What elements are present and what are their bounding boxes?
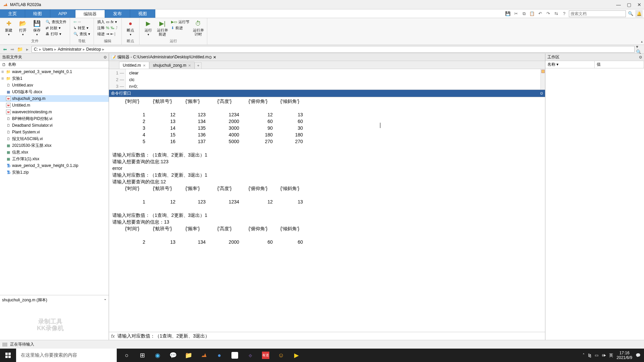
system-tray[interactable]: ˄ ⧎ ▭ 🕪 英 17:16 2021/6/9 💬	[579, 351, 644, 360]
tab-view[interactable]: 视图	[130, 9, 155, 18]
qat-copy-icon[interactable]: ⧉	[521, 10, 527, 17]
wechat-icon[interactable]: 💬	[166, 349, 180, 362]
file-row[interactable]: 🗋BP神经网络PID控制.vi	[0, 115, 109, 122]
goto-button[interactable]: ↳转至 ▾	[72, 25, 92, 31]
close-icon[interactable]: ✕	[188, 64, 191, 67]
editor-tab-shujuchuli[interactable]: shujuchuli_zong.m✕	[149, 62, 195, 69]
potplayer-icon[interactable]: ▶	[289, 349, 304, 362]
qat-redo-icon[interactable]: ↷	[545, 10, 551, 17]
start-button[interactable]	[0, 349, 16, 362]
file-row[interactable]: 🗋Deadband Simulator.vi	[0, 122, 109, 129]
file-row[interactable]: ▦信息.xlsx	[0, 149, 109, 156]
qat-save-icon[interactable]: 💾	[504, 10, 511, 17]
qat-undo-icon[interactable]: ↶	[537, 10, 543, 17]
ime-indicator[interactable]: 英	[609, 353, 613, 358]
editor-new-tab-button[interactable]: +	[195, 62, 202, 69]
insert-button[interactable]: 插入 ▭ fx ▾	[96, 19, 119, 25]
cortana-icon[interactable]: ○	[119, 349, 134, 362]
path-dropdown-button[interactable]: ▾ 🔍	[636, 46, 642, 52]
advance-button[interactable]: ⬇前进	[170, 25, 191, 31]
taskbar-search[interactable]: 在这里输入你要搜索的内容	[16, 349, 117, 362]
matlab-taskbar-icon[interactable]	[197, 349, 211, 362]
workspace-menu-icon[interactable]: ⊙	[639, 55, 642, 59]
file-row[interactable]: 🗋Plant System.vi	[0, 129, 109, 135]
edge-icon[interactable]: ◉	[150, 349, 165, 362]
app-icon-2[interactable]	[227, 349, 242, 362]
notifications-icon[interactable]: 🔔	[635, 10, 643, 17]
youdao-icon[interactable]: 有道	[258, 349, 273, 362]
run-button[interactable]: ▶运行▾	[142, 19, 155, 37]
file-row[interactable]: Mshujuchuli_zong.m	[0, 95, 109, 102]
app-icon-1[interactable]: ●	[212, 349, 227, 362]
battery-icon[interactable]: ▭	[595, 353, 598, 358]
panel-menu-icon[interactable]: ⊙	[104, 55, 107, 59]
tab-editor[interactable]: 编辑器	[75, 9, 105, 18]
action-center-icon[interactable]: 💬	[636, 353, 641, 358]
minimize-button[interactable]: —	[616, 2, 621, 7]
open-button[interactable]: 📂打开▾	[16, 19, 30, 37]
code-warning-indicator[interactable]	[541, 70, 545, 73]
workspace-col-value[interactable]: 值	[595, 61, 644, 68]
tab-home[interactable]: 主页	[0, 9, 25, 18]
close-button[interactable]: ✕	[637, 2, 641, 7]
nav-back-button[interactable]: ⇦⇨	[72, 19, 92, 25]
indent-button[interactable]: 缩进 ⇥ ⇤ ⎸	[96, 31, 119, 37]
taskbar-clock[interactable]: 17:16 2021/6/9	[616, 351, 632, 360]
cmd-menu-icon[interactable]: ⊙	[540, 91, 543, 96]
run-advance-button[interactable]: ▶|运行并 前进	[156, 19, 169, 37]
volume-icon[interactable]: 🕪	[602, 353, 606, 358]
file-row[interactable]: MUntitled.m	[0, 102, 109, 109]
detail-collapse-button[interactable]: ⌄	[104, 297, 107, 301]
breakpoint-button[interactable]: ●断点▾	[124, 19, 137, 37]
file-row[interactable]: ⊞📁wave_period_3_wave_height_0.1	[0, 68, 109, 75]
file-row[interactable]: 🗋Untitled.asv	[0, 82, 109, 88]
help-icon[interactable]: ?	[561, 10, 568, 17]
file-row[interactable]: 🗜实验1.zip	[0, 169, 109, 176]
find-files-button[interactable]: 🔍查找文件	[44, 19, 68, 25]
file-row[interactable]: ⊞📁实验1	[0, 75, 109, 82]
task-view-icon[interactable]: ⊞	[135, 349, 150, 362]
app-icon-3[interactable]: ☺	[274, 349, 288, 362]
print-button[interactable]: 🖶打印 ▾	[44, 31, 68, 37]
compare-button[interactable]: ⇄比较 ▾	[44, 25, 68, 31]
explorer-icon[interactable]: 📁	[181, 349, 196, 362]
path-history-button[interactable]: ▸	[24, 46, 30, 52]
tab-plots[interactable]: 绘图	[25, 9, 50, 18]
close-icon[interactable]: ✕	[143, 64, 146, 67]
run-section-button[interactable]: ▶▭运行节	[170, 19, 191, 25]
file-row[interactable]: 🗋报文转ASCII码.vi	[0, 135, 109, 142]
command-window[interactable]: {'时间'}{'航班号'}{'频率'}{'高度'}{'俯仰角'}{'倾斜角'} …	[109, 97, 545, 332]
comment-button[interactable]: 注释 % ‰ ⤴	[96, 25, 119, 31]
qat-cut-icon[interactable]: ✂	[513, 10, 519, 17]
qat-switch-icon[interactable]: ⇆	[553, 10, 559, 17]
workspace-col-name[interactable]: 名称 ▾	[545, 61, 595, 68]
file-row[interactable]: ▦20210530-宋玉朋.xlsx	[0, 142, 109, 149]
tray-chevron-icon[interactable]: ˄	[583, 353, 585, 358]
file-row[interactable]: Mwavevectrinotesting.m	[0, 109, 109, 115]
find-button[interactable]: 🔍查找 ▾	[72, 31, 92, 37]
save-button[interactable]: 💾保存▾	[30, 19, 44, 37]
new-button[interactable]: ✚新建▾	[2, 19, 15, 37]
search-docs-input[interactable]	[569, 10, 626, 17]
path-up-button[interactable]: 📁	[17, 46, 23, 52]
vscode-icon[interactable]: ⟐	[243, 349, 258, 362]
file-list[interactable]: ⊞📁wave_period_3_wave_height_0.1⊞📁实验1🗋Unt…	[0, 68, 109, 295]
network-icon[interactable]: ⧎	[588, 353, 591, 358]
file-row[interactable]: 🗜wave_period_3_wave_height_0.1.zip	[0, 162, 109, 169]
command-prompt[interactable]: fx 请输入对应数值：（1查询、2更新、3退出）	[109, 332, 545, 340]
tab-publish[interactable]: 发布	[105, 9, 130, 18]
editor-tab-untitled[interactable]: Untitled.m✕	[119, 62, 149, 69]
tab-app[interactable]: APP	[50, 9, 75, 18]
path-input[interactable]: C:▸ Users▸ Administrator▸ Desktop▸	[32, 46, 635, 53]
file-row[interactable]: ▦UDS版本号.docx	[0, 88, 109, 95]
path-fwd-button[interactable]: ➡	[9, 46, 15, 52]
file-row[interactable]: ▦工作簿1(1).xlsx	[0, 156, 109, 162]
qat-paste-icon[interactable]: 📋	[529, 10, 535, 17]
run-time-button[interactable]: ⏱运行并 计时	[192, 19, 205, 37]
maximize-button[interactable]: ▢	[627, 2, 631, 7]
workspace-list[interactable]	[545, 68, 644, 340]
command-window-header[interactable]: 命令行窗口 ⊙	[109, 90, 545, 97]
search-docs-button[interactable]: 🔍	[627, 10, 634, 17]
code-editor[interactable]: 1— 2— 3— clear clc n=0;	[109, 69, 545, 90]
editor-close-icon[interactable]: ✕	[213, 55, 216, 60]
